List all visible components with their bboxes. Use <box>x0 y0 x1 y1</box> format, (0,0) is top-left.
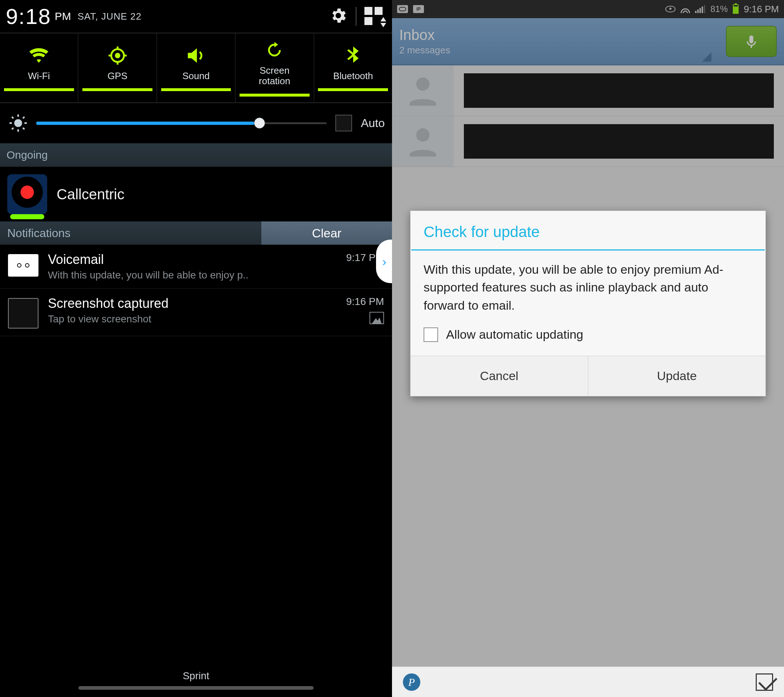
notif-desc: With this update, you will be able to en… <box>48 269 337 281</box>
clear-button[interactable]: Clear <box>261 221 392 245</box>
toggle-label: GPS <box>107 71 127 81</box>
toggle-label: Sound <box>182 71 209 81</box>
notif-title: Voicemail <box>48 252 337 267</box>
notif-time: 9:16 PM <box>346 296 384 308</box>
toggle-screen-rotation[interactable]: Screen rotation <box>236 33 314 102</box>
checkbox-icon[interactable] <box>423 328 438 342</box>
status-bar: 9:18 PM SAT, JUNE 22 <box>0 0 392 33</box>
notif-desc: Tap to view screenshot <box>48 313 337 325</box>
notification-screenshot[interactable]: Screenshot captured Tap to view screensh… <box>0 288 392 336</box>
provider-badge-icon[interactable]: P <box>403 673 420 691</box>
dialog-checkbox-label: Allow automatic updating <box>446 328 583 342</box>
toggle-label: Screen rotation <box>259 65 290 86</box>
toggle-wifi[interactable]: Wi-Fi <box>0 33 78 102</box>
toggle-gps[interactable]: GPS <box>78 33 157 102</box>
quick-toggles: Wi-Fi GPS Sound Screen rotation Bluetoot <box>0 33 392 102</box>
update-button[interactable]: Update <box>588 356 766 396</box>
svg-point-0 <box>115 53 120 58</box>
settings-icon[interactable] <box>329 6 348 26</box>
dialog-title: Check for update <box>410 211 766 249</box>
image-icon <box>369 312 384 324</box>
auto-brightness-label: Auto <box>361 117 385 130</box>
screenshot-thumb-icon <box>8 298 38 328</box>
select-mode-icon[interactable] <box>756 673 773 691</box>
brightness-slider[interactable] <box>36 120 327 125</box>
svg-point-2 <box>14 119 22 127</box>
ongoing-title: Callcentric <box>57 186 125 203</box>
ongoing-header: Ongoing <box>0 143 392 167</box>
notifications-header-row: Notifications Clear <box>0 221 392 245</box>
status-date: SAT, JUNE 22 <box>78 11 142 22</box>
toggle-label: Bluetooth <box>333 71 373 81</box>
quick-panel-icon[interactable] <box>364 7 386 26</box>
carrier-label: Sprint <box>0 670 392 682</box>
divider <box>356 7 356 26</box>
multiwindow-tab[interactable]: › <box>376 240 392 283</box>
toggle-bluetooth[interactable]: Bluetooth <box>314 33 392 102</box>
dialog-checkbox-row[interactable]: Allow automatic updating <box>410 318 766 356</box>
brightness-row: Auto <box>0 103 392 143</box>
app-footer: P <box>392 667 784 697</box>
status-time: 9:18 <box>6 4 51 29</box>
notification-shade: 9:18 PM SAT, JUNE 22 Wi-Fi GPS <box>0 0 392 697</box>
voicemail-icon <box>8 254 38 277</box>
callcentric-icon <box>7 174 47 214</box>
update-dialog: Check for update With this update, you w… <box>410 211 766 396</box>
ongoing-item-callcentric[interactable]: Callcentric <box>0 167 392 221</box>
notif-title: Screenshot captured <box>48 296 337 311</box>
status-ampm: PM <box>55 10 71 23</box>
toggle-sound[interactable]: Sound <box>157 33 236 102</box>
dialog-body: With this update, you will be able to en… <box>410 250 766 318</box>
toggle-label: Wi-Fi <box>28 71 50 81</box>
shade-footer: Sprint <box>0 670 392 690</box>
notifications-header: Notifications <box>0 221 261 245</box>
notification-voicemail[interactable]: Voicemail With this update, you will be … <box>0 245 392 288</box>
auto-brightness-checkbox[interactable] <box>335 115 352 132</box>
brightness-icon <box>9 114 28 132</box>
voicemail-app: 81% 9:16 PM Inbox 2 messages <box>392 0 784 697</box>
shade-handle[interactable] <box>78 686 314 690</box>
cancel-button[interactable]: Cancel <box>410 356 588 396</box>
